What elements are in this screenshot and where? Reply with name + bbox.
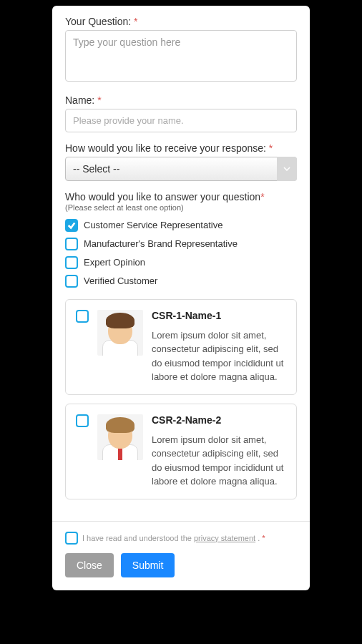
option-brand-rep[interactable]: Manufacturer's Brand Representative: [65, 238, 297, 250]
csr-card: CSR-2-Name-2 Lorem ipsum dolor sit amet,…: [65, 404, 297, 499]
checkbox-icon: [65, 256, 78, 269]
checkbox-icon: [65, 238, 78, 250]
csr-card: CSR-1-Name-1 Lorem ipsum dolor sit amet,…: [65, 299, 297, 395]
name-label-text: Name:: [65, 94, 94, 106]
close-button[interactable]: Close: [65, 553, 114, 577]
card-checkbox-wrap[interactable]: [76, 414, 89, 489]
required-icon: *: [262, 534, 265, 542]
card-checkbox-wrap[interactable]: [76, 310, 89, 384]
privacy-row[interactable]: I have read and understood the privacy s…: [65, 532, 297, 545]
privacy-text: I have read and understood the privacy s…: [82, 534, 265, 542]
answer-by-note: (Please select at least one option): [65, 203, 297, 212]
checkbox-icon: [76, 414, 89, 427]
response-select[interactable]: -- Select --: [65, 157, 297, 181]
card-description: Lorem ipsum dolor sit amet, consectetur …: [152, 328, 286, 384]
response-label: How would you like to receive your respo…: [65, 142, 297, 154]
card-title: CSR-2-Name-2: [152, 414, 286, 426]
required-icon: *: [134, 16, 137, 27]
checkbox-icon: [65, 275, 78, 288]
name-input[interactable]: [65, 109, 297, 132]
modal-body: Your Question: * Name: * How would you l…: [52, 6, 310, 521]
question-modal: Your Question: * Name: * How would you l…: [52, 6, 310, 590]
option-label: Manufacturer's Brand Representative: [84, 238, 238, 249]
card-title: CSR-1-Name-1: [152, 310, 286, 321]
card-description: Lorem ipsum dolor sit amet, consectetur …: [152, 433, 286, 489]
question-label-text: Your Question:: [65, 16, 131, 27]
avatar: [97, 310, 143, 356]
option-expert[interactable]: Expert Opinion: [65, 256, 297, 269]
name-label: Name: *: [65, 94, 297, 106]
question-label: Your Question: *: [65, 16, 297, 27]
checkbox-icon: [65, 219, 78, 232]
avatar: [97, 414, 143, 460]
card-text: CSR-1-Name-1 Lorem ipsum dolor sit amet,…: [152, 310, 286, 384]
csr-cards: CSR-1-Name-1 Lorem ipsum dolor sit amet,…: [65, 299, 297, 499]
answer-by-text: Who would you like to answer your questi…: [65, 191, 260, 203]
option-label: Verified Customer: [84, 275, 157, 286]
option-label: Expert Opinion: [84, 257, 145, 268]
required-icon: *: [269, 142, 273, 154]
modal-footer: I have read and understood the privacy s…: [52, 521, 310, 590]
required-icon: *: [97, 94, 101, 106]
card-text: CSR-2-Name-2 Lorem ipsum dolor sit amet,…: [152, 414, 286, 489]
checkbox-icon: [76, 310, 89, 323]
response-select-wrap: -- Select --: [65, 157, 297, 181]
answer-by-label: Who would you like to answer your questi…: [65, 191, 297, 203]
submit-button[interactable]: Submit: [121, 553, 175, 577]
option-csr[interactable]: Customer Service Representative: [65, 219, 297, 232]
option-verified-customer[interactable]: Verified Customer: [65, 275, 297, 288]
required-icon: *: [260, 191, 264, 203]
privacy-link[interactable]: privacy statement: [194, 534, 255, 542]
option-label: Customer Service Representative: [84, 220, 222, 230]
question-input[interactable]: [65, 30, 297, 82]
response-label-text: How would you like to receive your respo…: [65, 142, 266, 154]
privacy-suffix: .: [255, 534, 260, 542]
privacy-prefix: I have read and understood the: [82, 534, 194, 542]
button-row: Close Submit: [65, 553, 297, 577]
checkbox-icon: [65, 532, 78, 545]
